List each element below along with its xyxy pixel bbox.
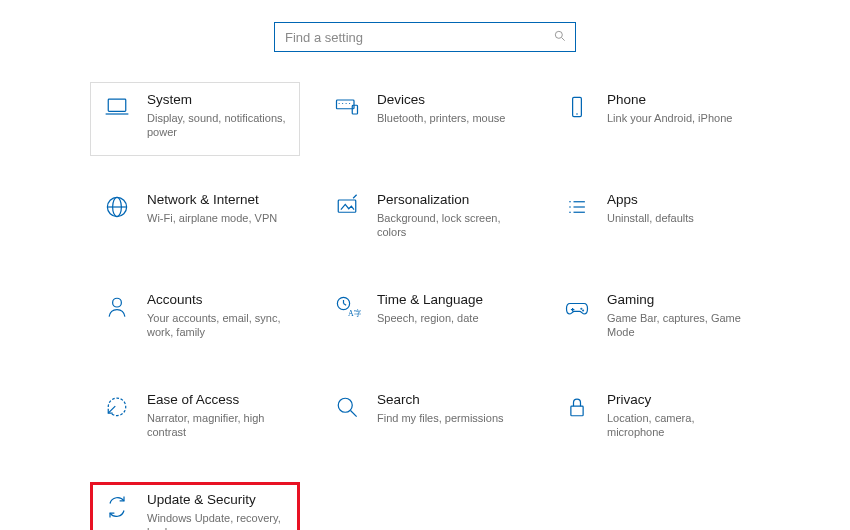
svg-point-23	[113, 298, 122, 307]
phone-icon	[561, 91, 593, 123]
tile-sub: Game Bar, captures, Game Mode	[607, 311, 749, 341]
search-icon	[553, 29, 567, 46]
tile-time-language[interactable]: A字 Time & Language Speech, region, date	[320, 282, 530, 356]
tile-system[interactable]: System Display, sound, notifications, po…	[90, 82, 300, 156]
svg-point-33	[338, 398, 352, 412]
tile-devices[interactable]: Devices Bluetooth, printers, mouse	[320, 82, 530, 156]
sync-icon	[101, 491, 133, 523]
paint-icon	[331, 191, 363, 223]
tile-sub: Link your Android, iPhone	[607, 111, 732, 126]
svg-rect-35	[571, 406, 583, 416]
tile-title: Update & Security	[147, 491, 289, 509]
tile-personalization[interactable]: Personalization Background, lock screen,…	[320, 182, 530, 256]
tile-update-security[interactable]: Update & Security Windows Update, recove…	[90, 482, 300, 530]
tile-network[interactable]: Network & Internet Wi-Fi, airplane mode,…	[90, 182, 300, 256]
magnifier-icon	[331, 391, 363, 423]
svg-line-26	[344, 304, 347, 306]
tile-sub: Wi-Fi, airplane mode, VPN	[147, 211, 277, 226]
tile-title: Search	[377, 391, 504, 409]
tile-sub: Narrator, magnifier, high contrast	[147, 411, 289, 441]
search-input[interactable]	[283, 29, 553, 46]
tile-title: Privacy	[607, 391, 749, 409]
search-box[interactable]	[274, 22, 576, 52]
svg-point-0	[555, 31, 562, 38]
keyboard-icon	[331, 91, 363, 123]
person-icon	[101, 291, 133, 323]
tile-title: Phone	[607, 91, 732, 109]
tile-sub: Display, sound, notifications, power	[147, 111, 289, 141]
tile-apps[interactable]: Apps Uninstall, defaults	[550, 182, 760, 256]
laptop-icon	[101, 91, 133, 123]
tile-search[interactable]: Search Find my files, permissions	[320, 382, 530, 456]
svg-line-1	[562, 37, 565, 40]
svg-point-31	[583, 310, 584, 311]
tile-sub: Location, camera, microphone	[607, 411, 749, 441]
tile-phone[interactable]: Phone Link your Android, iPhone	[550, 82, 760, 156]
tile-title: Devices	[377, 91, 505, 109]
svg-text:A字: A字	[348, 309, 361, 318]
tile-title: Ease of Access	[147, 391, 289, 409]
tile-sub: Background, lock screen, colors	[377, 211, 519, 241]
tile-sub: Windows Update, recovery, backup	[147, 511, 289, 530]
svg-point-30	[581, 308, 582, 309]
svg-line-16	[353, 195, 357, 199]
tile-accounts[interactable]: Accounts Your accounts, email, sync, wor…	[90, 282, 300, 356]
svg-rect-4	[337, 100, 355, 109]
tile-sub: Find my files, permissions	[377, 411, 504, 426]
gamepad-icon	[561, 291, 593, 323]
globe-icon	[101, 191, 133, 223]
svg-line-32	[108, 406, 115, 413]
tile-sub: Speech, region, date	[377, 311, 483, 326]
tile-title: System	[147, 91, 289, 109]
tile-sub: Bluetooth, printers, mouse	[377, 111, 505, 126]
settings-grid: System Display, sound, notifications, po…	[90, 82, 760, 530]
svg-rect-9	[352, 105, 357, 114]
tile-sub: Your accounts, email, sync, work, family	[147, 311, 289, 341]
tile-title: Apps	[607, 191, 694, 209]
tile-gaming[interactable]: Gaming Game Bar, captures, Game Mode	[550, 282, 760, 356]
time-language-icon: A字	[331, 291, 363, 323]
tile-sub: Uninstall, defaults	[607, 211, 694, 226]
svg-line-34	[351, 411, 357, 417]
svg-rect-2	[108, 99, 126, 111]
tile-title: Network & Internet	[147, 191, 277, 209]
tile-title: Accounts	[147, 291, 289, 309]
list-icon	[561, 191, 593, 223]
tile-title: Time & Language	[377, 291, 483, 309]
lock-icon	[561, 391, 593, 423]
tile-privacy[interactable]: Privacy Location, camera, microphone	[550, 382, 760, 456]
tile-title: Gaming	[607, 291, 749, 309]
tile-title: Personalization	[377, 191, 519, 209]
tile-ease-of-access[interactable]: Ease of Access Narrator, magnifier, high…	[90, 382, 300, 456]
ease-icon	[101, 391, 133, 423]
